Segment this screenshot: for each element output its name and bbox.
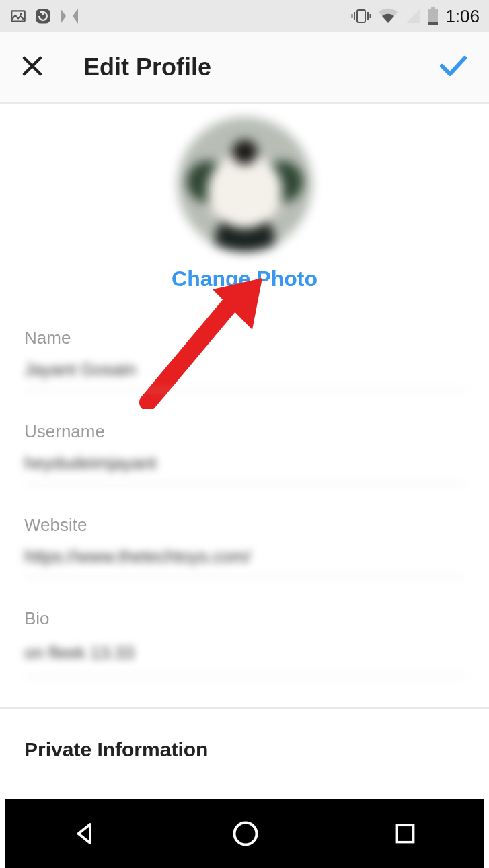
nav-back-button[interactable] [71, 820, 100, 848]
checkmark-icon [437, 50, 469, 82]
picture-icon [9, 7, 27, 25]
home-icon [231, 819, 260, 848]
signal-icon [405, 8, 421, 24]
battery-icon [428, 7, 439, 26]
name-input[interactable]: Jayant Gosain [24, 359, 465, 390]
svg-rect-10 [428, 22, 438, 25]
android-navigation-bar [5, 799, 484, 868]
svg-rect-12 [396, 825, 413, 842]
status-time: 1:06 [445, 6, 480, 27]
vibrate-icon [351, 8, 371, 24]
recent-apps-icon [392, 821, 418, 846]
username-field: Username heydudeimjayant [24, 421, 465, 484]
profile-photo-section: Change Photo [0, 104, 489, 291]
bio-field: Bio on fleek 13.33 [24, 608, 465, 676]
name-label: Name [24, 328, 465, 349]
app-header: Edit Profile [0, 32, 489, 104]
website-label: Website [24, 515, 465, 536]
svg-point-1 [20, 13, 22, 15]
svg-rect-0 [11, 11, 25, 21]
nav-home-button[interactable] [231, 819, 260, 848]
website-input[interactable]: https://www.thetechtoys.com/ [24, 546, 465, 577]
close-icon [20, 54, 44, 78]
status-bar-left [9, 7, 79, 26]
back-icon [71, 820, 100, 848]
svg-rect-2 [36, 9, 50, 24]
restore-icon [34, 7, 52, 26]
svg-point-11 [235, 823, 257, 845]
android-status-bar: 1:06 [0, 0, 489, 32]
change-photo-button[interactable]: Change Photo [172, 266, 317, 291]
status-bar-right: 1:06 [351, 6, 480, 27]
avatar[interactable] [178, 117, 312, 252]
nav-recent-button[interactable] [392, 821, 418, 846]
name-field: Name Jayant Gosain [24, 328, 465, 390]
svg-rect-3 [357, 10, 365, 22]
bio-label: Bio [24, 608, 465, 629]
save-button[interactable] [437, 50, 469, 85]
bio-input[interactable]: on fleek 13.33 [24, 640, 465, 676]
wifi-icon [378, 8, 398, 24]
username-label: Username [24, 421, 465, 442]
page-title: Edit Profile [83, 53, 437, 81]
website-field: Website https://www.thetechtoys.com/ [24, 515, 465, 577]
app-m-icon [59, 7, 79, 25]
private-information-heading: Private Information [0, 709, 489, 791]
username-input[interactable]: heydudeimjayant [24, 453, 465, 484]
close-button[interactable] [20, 54, 44, 81]
svg-rect-8 [431, 7, 435, 9]
profile-form: Name Jayant Gosain Username heydudeimjay… [0, 291, 489, 676]
